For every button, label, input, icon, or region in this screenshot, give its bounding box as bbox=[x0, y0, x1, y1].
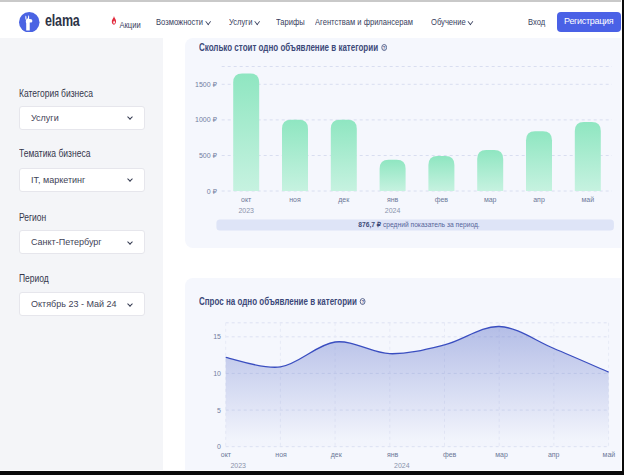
svg-text:дек: дек bbox=[331, 451, 343, 459]
svg-text:2024: 2024 bbox=[394, 462, 410, 469]
svg-text:окт: окт bbox=[241, 195, 252, 202]
svg-text:мар: мар bbox=[484, 195, 497, 203]
svg-text:фев: фев bbox=[443, 451, 457, 459]
svg-text:1500 ₽: 1500 ₽ bbox=[195, 80, 218, 87]
svg-text:мар: мар bbox=[496, 451, 509, 459]
svg-text:15: 15 bbox=[214, 333, 222, 340]
svg-text:май: май bbox=[603, 451, 616, 458]
svg-text:апр: апр bbox=[534, 195, 546, 203]
svg-text:0 ₽: 0 ₽ bbox=[207, 187, 218, 194]
svg-text:10: 10 bbox=[214, 370, 222, 377]
svg-text:1000 ₽: 1000 ₽ bbox=[195, 116, 218, 123]
svg-text:ноя: ноя bbox=[290, 195, 302, 202]
svg-text:5: 5 bbox=[217, 407, 221, 414]
svg-text:0: 0 bbox=[217, 443, 221, 450]
svg-text:апр: апр bbox=[548, 451, 560, 459]
svg-text:янв: янв bbox=[387, 451, 399, 458]
svg-text:500 ₽: 500 ₽ bbox=[199, 152, 218, 159]
svg-text:май: май bbox=[582, 195, 595, 202]
svg-text:фев: фев bbox=[435, 195, 449, 203]
svg-text:2024: 2024 bbox=[385, 206, 401, 213]
svg-text:ноя: ноя bbox=[276, 451, 288, 458]
svg-text:янв: янв bbox=[387, 195, 399, 202]
svg-text:окт: окт bbox=[221, 451, 232, 458]
svg-text:2023: 2023 bbox=[231, 462, 247, 469]
svg-text:дек: дек bbox=[339, 195, 351, 203]
svg-text:876,7 ₽ средний показатель за: 876,7 ₽ средний показатель за период. bbox=[359, 221, 481, 229]
svg-text:2023: 2023 bbox=[239, 206, 255, 213]
